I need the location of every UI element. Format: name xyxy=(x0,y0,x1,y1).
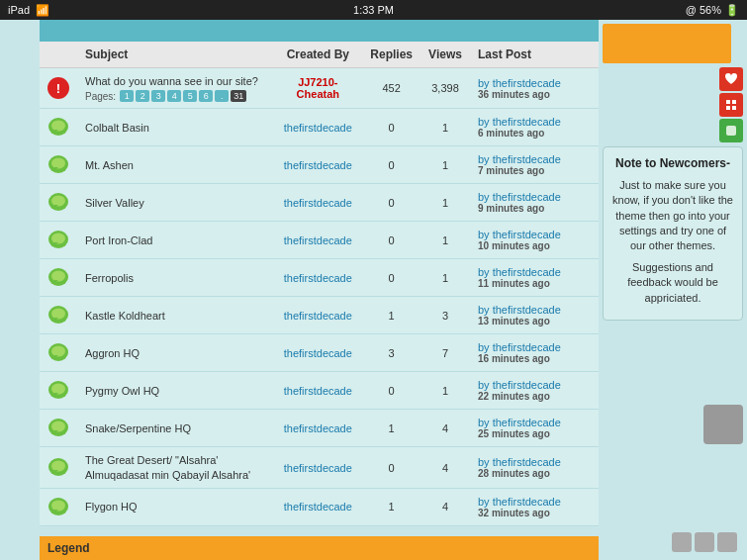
svg-point-22 xyxy=(51,384,65,395)
forum-table: Subject Created By Replies Views Last Po… xyxy=(40,42,599,526)
subject-cell: Flygon HQ xyxy=(77,488,273,525)
svg-point-16 xyxy=(51,309,65,320)
last-post-author[interactable]: by thefirstdecade xyxy=(478,229,561,240)
created-by-cell: thefirstdecade xyxy=(273,372,362,410)
bottom-icon-2[interactable] xyxy=(695,532,714,552)
grid-icon xyxy=(724,98,738,112)
svg-rect-36 xyxy=(732,106,736,110)
author-link[interactable]: thefirstdecade xyxy=(284,310,352,322)
legend-bar: Legend xyxy=(40,536,599,560)
last-post-author[interactable]: by thefirstdecade xyxy=(478,153,561,165)
author-link[interactable]: thefirstdecade xyxy=(284,159,352,171)
table-container[interactable]: Subject Created By Replies Views Last Po… xyxy=(40,42,599,536)
page-btn[interactable]: 3 xyxy=(151,90,165,102)
sidebar-icon-red2[interactable] xyxy=(719,93,743,117)
bottom-icon-3[interactable] xyxy=(717,532,737,552)
row-icon-cell: ! xyxy=(40,68,77,109)
author-link[interactable]: thefirstdecade xyxy=(284,234,352,246)
author-link[interactable]: thefirstdecade xyxy=(284,501,352,513)
row-icon-cell xyxy=(40,146,77,184)
pages-row: Pages: 1 2 3 4 5 6 . 31 xyxy=(85,90,265,102)
content-area: Subject Created By Replies Views Last Po… xyxy=(40,20,599,560)
last-post-header: Last Post xyxy=(470,42,599,68)
replies-cell: 0 xyxy=(362,184,420,222)
pages-label: Pages: xyxy=(85,91,116,102)
gray-square-button[interactable] xyxy=(703,405,743,444)
last-post-cell: by thefirstdecade9 minutes ago xyxy=(470,184,599,222)
views-cell: 1 xyxy=(420,146,470,184)
last-post-author[interactable]: by thefirstdecade xyxy=(478,266,561,278)
last-post-author[interactable]: by thefirstdecade xyxy=(478,341,561,353)
row-icon-cell xyxy=(40,109,77,146)
subject-title[interactable]: Kastle Koldheart xyxy=(85,310,165,322)
svg-point-4 xyxy=(51,158,65,169)
subject-cell: Silver Valley xyxy=(77,184,273,222)
page-btn[interactable]: 5 xyxy=(183,90,197,102)
replies-cell: 0 xyxy=(362,222,420,259)
page-btn[interactable]: 2 xyxy=(136,90,149,102)
subject-title[interactable]: What do you wanna see in our site? xyxy=(85,74,265,88)
chat-icon xyxy=(47,191,69,213)
last-post-author[interactable]: by thefirstdecade xyxy=(478,191,561,203)
author-link[interactable]: thefirstdecade xyxy=(284,385,352,397)
subject-title[interactable]: Flygon HQ xyxy=(85,501,138,513)
subject-title[interactable]: Aggron HQ xyxy=(85,347,140,359)
chat-icon xyxy=(47,153,69,175)
chat-icon xyxy=(47,116,69,138)
subject-title[interactable]: Mt. Ashen xyxy=(85,159,134,171)
last-post-author[interactable]: by thefirstdecade xyxy=(478,77,561,89)
chat-icon xyxy=(47,229,69,250)
replies-cell: 0 xyxy=(362,146,420,184)
last-post-cell: by thefirstdecade7 minutes ago xyxy=(470,146,599,184)
last-post-author[interactable]: by thefirstdecade xyxy=(478,379,561,391)
row-icon-cell xyxy=(40,297,77,334)
subject-title[interactable]: Pygmy Owl HQ xyxy=(85,385,159,397)
last-post-cell: by thefirstdecade6 minutes ago xyxy=(470,109,599,146)
last-post-cell: by thefirstdecade16 minutes ago xyxy=(470,334,599,372)
wifi-icon: 📶 xyxy=(36,4,49,17)
views-cell: 3,398 xyxy=(420,68,470,109)
subject-cell: Snake/Serpentine HQ xyxy=(77,410,273,447)
ipad-label: iPad xyxy=(8,4,30,16)
author-link[interactable]: thefirstdecade xyxy=(284,422,352,434)
created-by-cell: thefirstdecade xyxy=(273,222,362,259)
bottom-icon-1[interactable] xyxy=(672,532,692,552)
author-link[interactable]: thefirstdecade xyxy=(284,122,352,134)
last-post-time: 10 minutes ago xyxy=(478,240,591,251)
subject-title[interactable]: Colbalt Basin xyxy=(85,122,149,134)
replies-cell: 1 xyxy=(362,488,420,525)
page-btn[interactable]: 6 xyxy=(199,90,213,102)
sidebar-icon-green[interactable] xyxy=(719,119,743,142)
last-post-author[interactable]: by thefirstdecade xyxy=(478,116,561,128)
author-link[interactable]: thefirstdecade xyxy=(284,272,352,284)
created-by-link[interactable]: JJ7210-Cheatah xyxy=(297,76,339,100)
page-btn-last[interactable]: 31 xyxy=(231,90,246,102)
last-post-author[interactable]: by thefirstdecade xyxy=(478,417,561,428)
last-post-time: 9 minutes ago xyxy=(478,203,591,214)
page-btn[interactable]: 1 xyxy=(120,90,134,102)
page-btn[interactable]: 4 xyxy=(167,90,181,102)
author-link[interactable]: thefirstdecade xyxy=(284,347,352,359)
subject-title[interactable]: Snake/Serpentine HQ xyxy=(85,422,191,434)
subject-title[interactable]: The Great Desert/ "Alsahra' Almuqadasat … xyxy=(85,454,250,480)
subject-title[interactable]: Silver Valley xyxy=(85,197,144,209)
subject-title[interactable]: Ferropolis xyxy=(85,272,134,284)
table-row: Snake/Serpentine HQ thefirstdecade 1 4 b… xyxy=(40,410,599,447)
last-post-time: 6 minutes ago xyxy=(478,128,591,139)
last-post-author[interactable]: by thefirstdecade xyxy=(478,304,561,316)
svg-point-28 xyxy=(51,461,65,472)
sidebar-icon-red[interactable] xyxy=(719,67,743,91)
subject-title[interactable]: Port Iron-Clad xyxy=(85,234,152,246)
row-icon-cell xyxy=(40,372,77,410)
replies-cell: 0 xyxy=(362,109,420,146)
top-nav xyxy=(40,20,599,42)
author-link[interactable]: thefirstdecade xyxy=(284,462,352,474)
replies-header: Replies xyxy=(362,42,420,68)
last-post-author[interactable]: by thefirstdecade xyxy=(478,456,561,468)
created-by-cell: thefirstdecade xyxy=(273,259,362,297)
orange-banner xyxy=(603,24,731,63)
author-link[interactable]: thefirstdecade xyxy=(284,197,352,209)
last-post-author[interactable]: by thefirstdecade xyxy=(478,496,561,508)
views-cell: 1 xyxy=(420,372,470,410)
last-post-cell: by thefirstdecade28 minutes ago xyxy=(470,447,599,489)
